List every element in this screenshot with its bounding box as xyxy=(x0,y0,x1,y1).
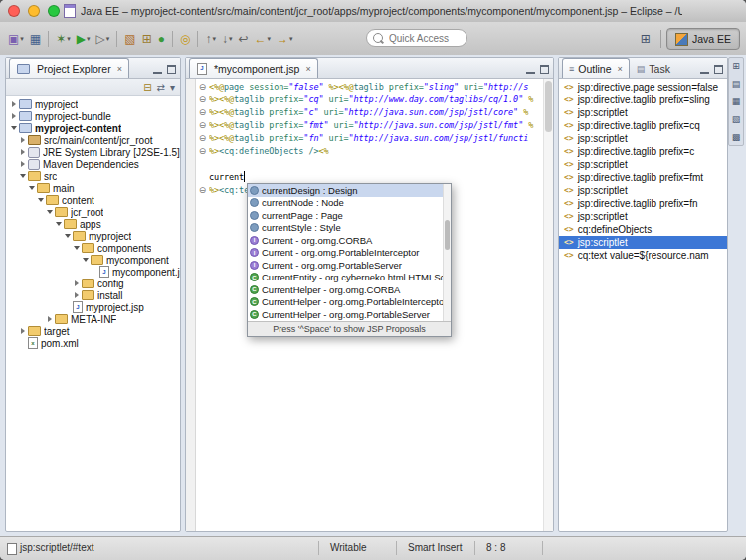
new-package-button[interactable]: ⊞ xyxy=(139,28,155,50)
tab-mycomponent-jsp[interactable]: J *mycomponent.jsp × xyxy=(189,58,318,78)
tree-item[interactable]: src/main/content/jcr_root xyxy=(6,134,180,146)
code-line[interactable] xyxy=(186,158,553,171)
outline-item[interactable]: <>jsp:scriptlet xyxy=(559,106,727,119)
fold-marker-icon[interactable]: ⊖ xyxy=(196,132,209,145)
tree-item[interactable]: myproject xyxy=(6,230,180,242)
zoom-button[interactable] xyxy=(48,5,60,17)
maximize-view-button[interactable] xyxy=(539,65,550,74)
autocomplete-item[interactable]: CCurrentHelper - org.omg.CORBA xyxy=(248,283,451,296)
popup-scrollbar[interactable] xyxy=(443,184,451,321)
expanded-arrow-icon[interactable] xyxy=(36,194,45,206)
tab-outline[interactable]: ≡ Outline × xyxy=(562,58,630,78)
tab-task[interactable]: ▤ Task xyxy=(630,58,677,78)
new-wizard-button[interactable]: ▣▾ xyxy=(5,28,27,50)
tree-item[interactable]: mycomponent xyxy=(6,254,180,266)
close-icon[interactable]: × xyxy=(117,64,122,74)
collapsed-arrow-icon[interactable] xyxy=(18,134,27,146)
outline-item[interactable]: <>jsp:directive.taglib prefix=fn xyxy=(559,197,727,210)
minimize-view-button[interactable] xyxy=(152,65,163,74)
tree-item[interactable]: jcr_root xyxy=(6,206,180,218)
autocomplete-item[interactable]: currentNode : Node xyxy=(248,197,451,210)
autocomplete-item[interactable]: CCurrentEntity - org.cyberneko.html.HTML… xyxy=(248,272,451,284)
next-annotation-button[interactable]: ↓▾ xyxy=(219,28,236,50)
minimize-view-button[interactable] xyxy=(525,65,536,74)
collapsed-arrow-icon[interactable] xyxy=(72,278,81,289)
collapsed-arrow-icon[interactable] xyxy=(18,146,27,158)
tree-item[interactable]: components xyxy=(6,242,180,254)
collapsed-arrow-icon[interactable] xyxy=(18,158,27,170)
autocomplete-item[interactable]: ICurrent - org.omg.PortableServer xyxy=(248,259,451,272)
tree-item[interactable]: xpom.xml xyxy=(6,337,180,349)
outline-item[interactable]: <>cq:defineObjects xyxy=(559,223,727,236)
expanded-arrow-icon[interactable] xyxy=(18,170,27,182)
last-edit-location-button[interactable]: ↩ xyxy=(235,28,251,50)
open-perspective-button[interactable]: ⊞ xyxy=(636,29,655,49)
new-class-button[interactable]: ● xyxy=(155,28,168,50)
previous-annotation-button[interactable]: ↑▾ xyxy=(202,28,219,50)
outline-item[interactable]: <>jsp:directive.taglib prefix=sling xyxy=(559,93,727,106)
code-line[interactable]: ⊖%><%@taglib prefix="c" uri="http://java… xyxy=(186,106,553,119)
scrollbar-thumb[interactable] xyxy=(545,81,552,132)
close-button[interactable] xyxy=(8,5,20,17)
autocomplete-item[interactable]: currentDesign : Design xyxy=(248,184,451,197)
tree-item[interactable]: Jmycomponent.jsp xyxy=(6,266,180,278)
back-button[interactable]: ←▾ xyxy=(252,28,275,50)
quick-access-input[interactable] xyxy=(387,32,461,45)
scrollbar-thumb[interactable] xyxy=(445,220,450,250)
close-icon[interactable]: × xyxy=(305,64,310,74)
minimize-button[interactable] xyxy=(28,5,40,17)
tree-item[interactable]: apps xyxy=(6,218,180,230)
tree-item[interactable]: myproject-content xyxy=(6,122,180,134)
tree-item[interactable]: target xyxy=(6,325,180,337)
maximize-view-button[interactable] xyxy=(166,65,177,74)
forward-button[interactable]: →▾ xyxy=(274,28,296,50)
minimized-view-button-3[interactable]: ▧ xyxy=(730,113,742,125)
expanded-arrow-icon[interactable] xyxy=(81,254,90,266)
new-java-project-button[interactable]: ▧ xyxy=(121,28,138,50)
run-button[interactable]: ▶▾ xyxy=(74,28,93,50)
collapsed-arrow-icon[interactable] xyxy=(72,289,81,301)
titlebar[interactable]: Java EE – myproject-content/src/main/con… xyxy=(0,0,746,23)
outline-item[interactable]: <>jsp:scriptlet xyxy=(559,210,727,223)
expanded-arrow-icon[interactable] xyxy=(9,122,18,134)
collapse-all-icon[interactable]: ⊟ xyxy=(143,80,151,95)
restore-views-button[interactable]: ⊞ xyxy=(730,60,742,72)
collapsed-arrow-icon[interactable] xyxy=(9,98,18,110)
outline-item[interactable]: <>jsp:scriptlet xyxy=(559,158,727,171)
fold-marker-icon[interactable]: ⊖ xyxy=(196,93,209,106)
tree-item[interactable]: JRE System Library [J2SE-1.5] xyxy=(6,146,180,158)
tree-item[interactable]: Maven Dependencies xyxy=(6,158,180,170)
fold-marker-icon[interactable]: ⊖ xyxy=(196,184,209,197)
code-line[interactable]: ⊖%><%@taglib prefix="fn" uri="http://jav… xyxy=(186,132,553,145)
minimize-view-button[interactable] xyxy=(699,65,710,74)
outline-item[interactable]: <>jsp:scriptlet xyxy=(559,236,727,249)
tree-item[interactable]: myproject xyxy=(6,98,180,110)
expanded-arrow-icon[interactable] xyxy=(63,230,72,242)
expanded-arrow-icon[interactable] xyxy=(72,242,81,254)
outline-item[interactable]: <>jsp:directive.taglib prefix=fmt xyxy=(559,171,727,184)
fold-marker-icon[interactable]: ⊖ xyxy=(196,81,209,93)
expanded-arrow-icon[interactable] xyxy=(27,182,36,194)
external-tools-button[interactable]: ▷▾ xyxy=(93,28,113,50)
tree-item[interactable]: Jmyproject.jsp xyxy=(6,301,180,313)
java-ee-perspective-button[interactable]: Java EE xyxy=(666,28,740,50)
outline-item[interactable]: <>jsp:directive.page session=false xyxy=(559,81,727,93)
outline-item[interactable]: <>cq:text value=${resource.nam xyxy=(559,249,727,262)
collapsed-arrow-icon[interactable] xyxy=(9,110,18,122)
tree-item[interactable]: install xyxy=(6,289,180,301)
code-line[interactable]: ⊖<%@page session="false" %><%@taglib pre… xyxy=(186,81,553,93)
autocomplete-item[interactable]: currentStyle : Style xyxy=(248,222,451,235)
collapsed-arrow-icon[interactable] xyxy=(18,325,27,337)
tree-item[interactable]: myproject-bundle xyxy=(6,110,180,122)
minimized-view-button-1[interactable]: ▤ xyxy=(730,78,742,90)
autocomplete-item[interactable]: CCurrentHelper - org.omg.PortableServer xyxy=(248,308,451,321)
close-icon[interactable]: × xyxy=(618,64,623,74)
maximize-view-button[interactable] xyxy=(713,65,724,74)
fold-marker-icon[interactable]: ⊖ xyxy=(196,119,209,132)
quick-access[interactable] xyxy=(366,29,467,47)
tree-item[interactable]: main xyxy=(6,182,180,194)
search-button[interactable]: ◎ xyxy=(177,28,193,50)
autocomplete-item[interactable]: ICurrent - org.omg.PortableInterceptor xyxy=(248,247,451,260)
statusbar-insert-mode[interactable]: Smart Insert xyxy=(408,542,462,553)
tree-item[interactable]: content xyxy=(6,194,180,206)
